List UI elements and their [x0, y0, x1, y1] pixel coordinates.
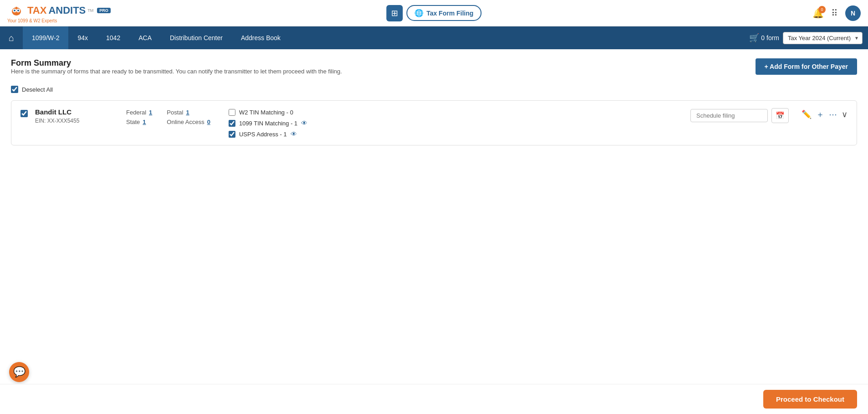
more-options-button[interactable]: ⋯ [829, 109, 837, 119]
logo-area: TAX ANDITS TM PRO Your 1099 & W2 Experts [7, 3, 111, 23]
calendar-button[interactable]: 📅 [771, 108, 789, 123]
payer-stats: Federal 1 State 1 Postal 1 Online Access… [126, 109, 210, 125]
notification-button[interactable]: 🔔 0 [812, 8, 824, 19]
federal-value[interactable]: 1 [149, 109, 152, 116]
nav-bar: ⌂ 1099/W-2 94x 1042 ACA Distribution Cen… [0, 26, 868, 49]
logo-andits: ANDITS [48, 5, 86, 16]
grid-button[interactable]: ⊞ [386, 5, 403, 21]
header-right: 🔔 0 ⠿ N [812, 5, 861, 21]
postal-label: Postal [167, 109, 183, 116]
online-access-value[interactable]: 0 [207, 119, 210, 125]
usps-address-checkbox[interactable] [229, 131, 235, 138]
option-w2-tin: W2 TIN Matching - 0 [229, 109, 307, 116]
svg-point-4 [17, 10, 19, 11]
logo-tax: TAX [27, 5, 46, 16]
payer-checkbox[interactable] [20, 110, 28, 117]
1099-tin-eye-icon[interactable]: 👁 [301, 119, 307, 127]
tax-form-filing-button[interactable]: 🌐 Tax Form Filing [406, 5, 481, 21]
tax-year-select[interactable]: Tax Year 2024 (Current) Tax Year 2023 Ta… [783, 32, 863, 44]
globe-icon: 🌐 [414, 9, 424, 17]
edit-button[interactable]: ✏️ [802, 109, 812, 119]
main-content: Form Summary Here is the summary of form… [0, 49, 868, 414]
notification-badge: 0 [818, 6, 826, 13]
cart-icon: 🛒 [749, 33, 759, 43]
deselect-all-label[interactable]: Deselect All [22, 86, 53, 93]
nav-item-1099-w2[interactable]: 1099/W-2 [23, 26, 68, 49]
deselect-all-checkbox[interactable] [11, 86, 18, 93]
checkout-button[interactable]: Proceed to Checkout [763, 390, 857, 409]
stat-state: State 1 [126, 119, 152, 125]
add-form-button[interactable]: + Add Form for Other Payer [756, 58, 857, 75]
nav-item-distribution-center[interactable]: Distribution Center [161, 26, 232, 49]
page-header: Form Summary Here is the summary of form… [11, 58, 857, 82]
logo-tm: TM [87, 8, 93, 13]
stat-group-right: Postal 1 Online Access 0 [167, 109, 210, 125]
page-title: Form Summary [11, 58, 342, 68]
nav-item-1042[interactable]: 1042 [97, 26, 129, 49]
nav-item-94x[interactable]: 94x [68, 26, 97, 49]
deselect-row: Deselect All [11, 86, 857, 93]
usps-address-label: USPS Address - 1 [239, 131, 287, 138]
stat-postal: Postal 1 [167, 109, 210, 116]
state-label: State [126, 119, 140, 125]
home-nav-button[interactable]: ⌂ [0, 26, 23, 49]
w2-tin-label: W2 TIN Matching - 0 [239, 109, 293, 116]
expand-button[interactable]: ∨ [842, 109, 848, 119]
payer-options: W2 TIN Matching - 0 1099 TIN Matching - … [229, 109, 307, 138]
logo-main: TAX ANDITS TM PRO [7, 3, 111, 18]
postal-value[interactable]: 1 [186, 109, 189, 116]
federal-label: Federal [126, 109, 146, 116]
svg-point-3 [14, 10, 15, 11]
chat-bubble[interactable]: 💬 [9, 362, 29, 382]
schedule-filing-input[interactable] [690, 109, 768, 122]
payer-card: Bandit LLC EIN: XX-XXX5455 Federal 1 Sta… [11, 100, 857, 145]
cart-count: 0 form [761, 34, 779, 41]
option-usps-address: USPS Address - 1 👁 [229, 130, 307, 138]
header-center: ⊞ 🌐 Tax Form Filing [386, 5, 481, 21]
page-header-left: Form Summary Here is the summary of form… [11, 58, 342, 82]
apps-button[interactable]: ⠿ [831, 8, 838, 19]
payer-actions: ✏️ ＋ ⋯ ∨ [802, 109, 848, 120]
stat-group-left: Federal 1 State 1 [126, 109, 152, 125]
payer-info: Bandit LLC EIN: XX-XXX5455 [35, 108, 108, 124]
state-value[interactable]: 1 [143, 119, 146, 125]
w2-tin-checkbox[interactable] [229, 109, 235, 116]
option-1099-tin: 1099 TIN Matching - 1 👁 [229, 119, 307, 127]
pro-badge: PRO [97, 8, 111, 13]
online-access-label: Online Access [167, 119, 204, 125]
avatar[interactable]: N [845, 5, 861, 21]
top-header: TAX ANDITS TM PRO Your 1099 & W2 Experts… [0, 0, 868, 26]
bottom-bar: Proceed to Checkout [0, 384, 868, 414]
tax-year-wrapper: Tax Year 2024 (Current) Tax Year 2023 Ta… [783, 32, 863, 44]
payer-ein: EIN: XX-XXX5455 [35, 118, 108, 124]
stat-online-access: Online Access 0 [167, 119, 210, 125]
cart-button[interactable]: 🛒 0 form [749, 33, 779, 43]
nav-item-aca[interactable]: ACA [129, 26, 161, 49]
tax-form-filing-label: Tax Form Filing [426, 10, 473, 17]
1099-tin-checkbox[interactable] [229, 120, 235, 127]
payer-name: Bandit LLC [35, 108, 108, 116]
nav-right: 🛒 0 form Tax Year 2024 (Current) Tax Yea… [749, 32, 868, 44]
nav-item-address-book[interactable]: Address Book [232, 26, 290, 49]
usps-address-eye-icon[interactable]: 👁 [291, 130, 297, 138]
1099-tin-label: 1099 TIN Matching - 1 [239, 120, 297, 127]
stat-federal: Federal 1 [126, 109, 152, 116]
page-description: Here is the summary of forms that are re… [11, 68, 342, 75]
add-button[interactable]: ＋ [816, 109, 824, 120]
logo-tagline: Your 1099 & W2 Experts [7, 18, 57, 23]
schedule-area: 📅 [690, 108, 789, 123]
owl-logo-icon [9, 3, 24, 18]
